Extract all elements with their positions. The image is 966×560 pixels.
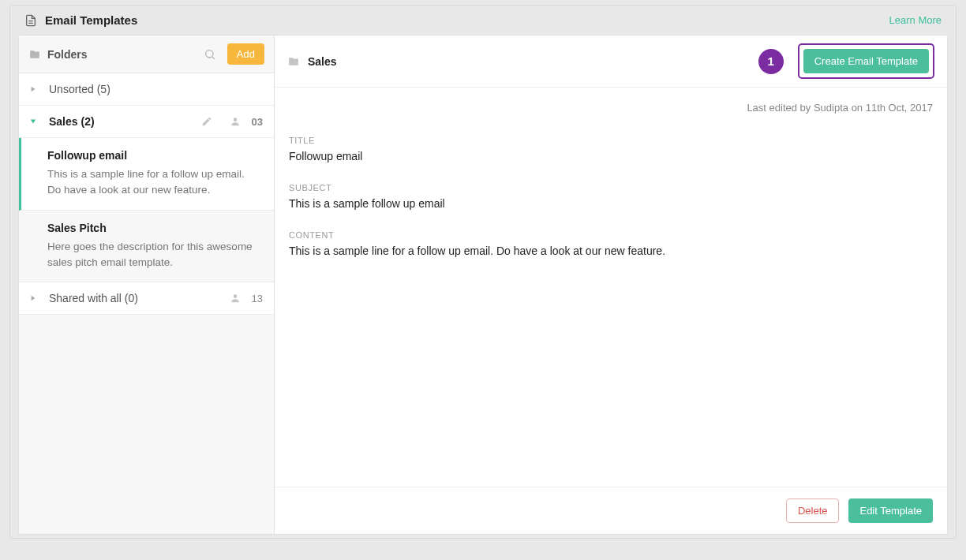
template-item-salespitch[interactable]: Sales Pitch Here goes the description fo… <box>19 211 274 283</box>
sidebar: Folders Add Unsorted (5) <box>18 35 275 535</box>
folder-row-shared[interactable]: Shared with all (0) 13 <box>19 282 274 315</box>
template-item-title: Followup email <box>47 149 260 162</box>
learn-more-link[interactable]: Learn More <box>889 14 942 26</box>
folder-label: Shared with all (0) <box>49 292 138 304</box>
create-button-highlight: Create Email Template <box>798 43 934 79</box>
template-item-desc: This is a sample line for a follow up em… <box>47 166 260 199</box>
field-title: TITLE Followup email <box>289 136 933 162</box>
sidebar-header: Folders Add <box>19 35 274 73</box>
app-window: Email Templates Learn More Folders Add <box>9 5 957 539</box>
pencil-icon[interactable] <box>201 116 212 127</box>
svg-marker-7 <box>32 296 36 301</box>
folder-label: Sales (2) <box>49 115 95 128</box>
folder-label: Unsorted (5) <box>49 83 110 95</box>
field-subject: SUBJECT This is a sample follow up email <box>289 183 933 210</box>
folder-icon <box>287 56 300 67</box>
share-count: 03 <box>252 116 263 128</box>
folder-icon <box>28 49 41 60</box>
content-breadcrumb: Sales <box>308 55 751 68</box>
edit-template-button[interactable]: Edit Template <box>848 498 933 523</box>
svg-point-2 <box>206 50 213 57</box>
field-value: This is a sample line for a follow up em… <box>289 245 933 257</box>
folder-row-unsorted[interactable]: Unsorted (5) <box>19 73 274 106</box>
svg-point-6 <box>233 118 237 121</box>
template-item-followup[interactable]: Followup email This is a sample line for… <box>19 138 274 211</box>
folder-row-sales[interactable]: Sales (2) 03 <box>19 106 274 138</box>
content-panel: Sales 1 Create Email Template Last edite… <box>275 35 948 535</box>
add-folder-button[interactable]: Add <box>227 43 264 65</box>
content-footer: Delete Edit Template <box>275 487 947 534</box>
top-header: Email Templates Learn More <box>10 6 956 35</box>
last-edited-text: Last edited by Sudipta on 11th Oct, 2017 <box>289 102 933 114</box>
page-title: Email Templates <box>45 13 137 27</box>
create-email-template-button[interactable]: Create Email Template <box>803 49 929 73</box>
field-value: Followup email <box>289 150 933 162</box>
field-label: TITLE <box>289 136 933 145</box>
chevron-right-icon <box>30 86 36 92</box>
template-item-title: Sales Pitch <box>47 222 260 234</box>
sidebar-header-label: Folders <box>47 48 197 61</box>
annotation-badge: 1 <box>758 49 784 74</box>
template-item-desc: Here goes the description for this aweso… <box>47 239 260 271</box>
search-icon[interactable] <box>204 48 216 61</box>
document-icon <box>24 14 37 27</box>
content-body: Last edited by Sudipta on 11th Oct, 2017… <box>275 88 947 487</box>
template-list: Followup email This is a sample line for… <box>19 138 274 282</box>
content-header: Sales 1 Create Email Template <box>275 35 947 88</box>
top-header-left: Email Templates <box>24 13 137 27</box>
person-icon <box>230 116 241 127</box>
svg-point-8 <box>233 294 237 298</box>
main-area: Folders Add Unsorted (5) <box>10 35 956 538</box>
field-label: CONTENT <box>289 230 933 240</box>
share-count: 13 <box>252 293 263 304</box>
svg-marker-4 <box>32 87 36 91</box>
field-value: This is a sample follow up email <box>289 197 933 210</box>
field-label: SUBJECT <box>289 183 933 192</box>
delete-button[interactable]: Delete <box>786 498 840 523</box>
field-content: CONTENT This is a sample line for a foll… <box>289 230 933 257</box>
chevron-right-icon <box>30 295 36 301</box>
svg-line-3 <box>212 57 215 59</box>
person-icon <box>230 293 241 304</box>
svg-marker-5 <box>31 120 36 124</box>
chevron-down-icon <box>30 118 36 125</box>
